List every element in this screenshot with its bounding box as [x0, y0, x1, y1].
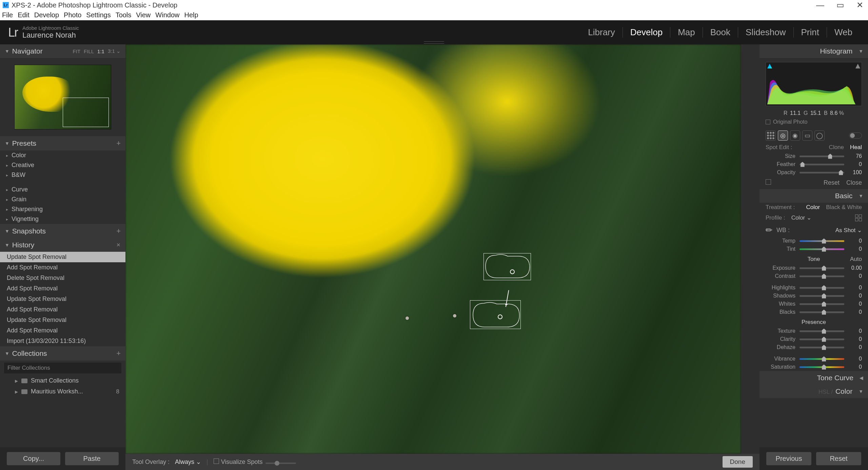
- slider-knob[interactable]: [822, 302, 826, 307]
- collections-header[interactable]: ▼ Collections +: [0, 346, 125, 361]
- slider-opacity[interactable]: Opacity 100: [760, 168, 868, 177]
- slider-value[interactable]: 0: [844, 356, 862, 362]
- crop-tool[interactable]: [766, 130, 776, 141]
- zoom-custom[interactable]: 3:1 ⌄: [108, 48, 121, 54]
- adjustments-switch[interactable]: [849, 132, 862, 139]
- navigator-preview[interactable]: [0, 58, 125, 136]
- slider-value[interactable]: 0: [844, 336, 862, 342]
- slider-track[interactable]: [800, 287, 844, 289]
- history-step[interactable]: Update Spot Removal: [0, 315, 125, 325]
- slider-knob[interactable]: [822, 310, 826, 315]
- panel-grip-icon[interactable]: [422, 41, 446, 43]
- profile-browser-icon[interactable]: [855, 214, 862, 221]
- zoom-1to1[interactable]: 1:1: [97, 48, 104, 54]
- slider-knob[interactable]: [822, 329, 826, 334]
- menu-view[interactable]: View: [136, 11, 151, 19]
- slider-value[interactable]: 0: [844, 246, 862, 252]
- menu-develop[interactable]: Develop: [34, 11, 59, 19]
- slider-track[interactable]: [800, 267, 844, 269]
- slider-track[interactable]: [800, 366, 844, 368]
- tone-curve-header[interactable]: Tone Curve ◀: [760, 371, 868, 385]
- slider-knob[interactable]: [822, 345, 826, 350]
- original-photo-toggle[interactable]: Original Photo: [760, 119, 868, 128]
- preset-group[interactable]: Color: [0, 150, 125, 160]
- add-collection-button[interactable]: +: [116, 349, 121, 358]
- zoom-fit[interactable]: FIT: [73, 48, 81, 54]
- slider-blacks[interactable]: Blacks 0: [760, 308, 868, 316]
- slider-knob[interactable]: [828, 154, 832, 159]
- image-canvas[interactable]: [125, 44, 741, 454]
- visualize-spots-toggle[interactable]: Visualize Spots: [214, 458, 296, 466]
- collection-item[interactable]: ▸Smart Collections: [0, 375, 125, 386]
- slider-value[interactable]: 0: [844, 161, 862, 167]
- history-step[interactable]: Add Spot Removal: [0, 325, 125, 336]
- slider-track[interactable]: [800, 248, 844, 250]
- tool-overlay-mode[interactable]: Always ⌄: [175, 458, 201, 466]
- preset-group[interactable]: Grain: [0, 195, 125, 204]
- menu-window[interactable]: Window: [155, 11, 179, 19]
- filmstrip-collapsed[interactable]: [741, 44, 760, 454]
- preset-group[interactable]: Creative: [0, 160, 125, 170]
- slider-value[interactable]: 0: [844, 285, 862, 291]
- menu-settings[interactable]: Settings: [86, 11, 111, 19]
- slider-value[interactable]: 0.00: [844, 265, 862, 271]
- slider-knob[interactable]: [822, 266, 826, 271]
- slider-knob[interactable]: [822, 247, 826, 252]
- slider-track[interactable]: [800, 295, 844, 297]
- spot-removal-tool[interactable]: ◎: [778, 130, 788, 141]
- slider-temp[interactable]: Temp 0: [760, 237, 868, 245]
- slider-track[interactable]: [800, 358, 844, 360]
- module-web[interactable]: Web: [827, 27, 860, 38]
- mode-clone[interactable]: Clone: [829, 144, 844, 151]
- snapshots-header[interactable]: ▼ Snapshots +: [0, 224, 125, 238]
- slider-track[interactable]: [800, 311, 844, 313]
- menu-help[interactable]: Help: [184, 11, 198, 19]
- spot-pin[interactable]: [453, 314, 456, 318]
- treatment-bw[interactable]: Black & White: [826, 204, 862, 211]
- slider-value[interactable]: 0: [844, 293, 862, 299]
- slider-clarity[interactable]: Clarity 0: [760, 335, 868, 343]
- window-close-button[interactable]: ✕: [856, 0, 863, 10]
- previous-button[interactable]: Previous: [766, 452, 811, 465]
- menu-tools[interactable]: Tools: [116, 11, 132, 19]
- white-balance-dropper-icon[interactable]: ✎: [763, 224, 775, 236]
- slider-contrast[interactable]: Contrast 0: [760, 272, 868, 280]
- history-step[interactable]: Import (13/03/2020 11:53:16): [0, 336, 125, 346]
- mode-heal[interactable]: Heal: [850, 144, 862, 151]
- history-step[interactable]: Update Spot Removal: [0, 294, 125, 304]
- slider-track[interactable]: [800, 172, 844, 173]
- history-step[interactable]: Add Spot Removal: [0, 262, 125, 273]
- slider-knob[interactable]: [822, 293, 826, 299]
- slider-value[interactable]: 0: [844, 364, 862, 370]
- heal-source-outline[interactable]: [484, 253, 531, 280]
- pin-toggle-icon[interactable]: [766, 179, 771, 185]
- slider-vibrance[interactable]: Vibrance 0: [760, 355, 868, 363]
- add-preset-button[interactable]: +: [116, 139, 121, 148]
- profile-selector[interactable]: Color ⌄: [791, 214, 811, 221]
- slider-knob[interactable]: [822, 239, 826, 244]
- slider-value[interactable]: 0: [844, 328, 862, 334]
- slider-highlights[interactable]: Highlights 0: [760, 284, 868, 292]
- basic-header[interactable]: Basic ▼: [760, 189, 868, 203]
- slider-knob[interactable]: [822, 356, 826, 362]
- wb-preset-selector[interactable]: As Shot ⌄: [835, 227, 862, 234]
- graduated-filter-tool[interactable]: ▭: [802, 130, 812, 141]
- slider-track[interactable]: [800, 275, 844, 277]
- slider-value[interactable]: 0: [844, 238, 862, 244]
- spot-reset-button[interactable]: Reset: [824, 179, 840, 186]
- slider-texture[interactable]: Texture 0: [760, 327, 868, 335]
- add-snapshot-button[interactable]: +: [116, 227, 121, 236]
- history-header[interactable]: ▼ History ✕: [0, 238, 125, 252]
- collections-filter-input[interactable]: Filter Collections: [4, 363, 121, 373]
- slider-knob[interactable]: [839, 170, 843, 175]
- menu-file[interactable]: File: [2, 11, 13, 19]
- slider-value[interactable]: 0: [844, 273, 862, 279]
- histogram-display[interactable]: [766, 62, 862, 106]
- highlight-clipping-icon[interactable]: [855, 64, 860, 68]
- radial-filter-tool[interactable]: ◯: [814, 130, 825, 141]
- window-minimize-button[interactable]: —: [816, 0, 824, 10]
- module-print[interactable]: Print: [794, 27, 827, 38]
- preset-group[interactable]: Sharpening: [0, 204, 125, 214]
- slider-shadows[interactable]: Shadows 0: [760, 292, 868, 300]
- slider-knob[interactable]: [801, 162, 805, 167]
